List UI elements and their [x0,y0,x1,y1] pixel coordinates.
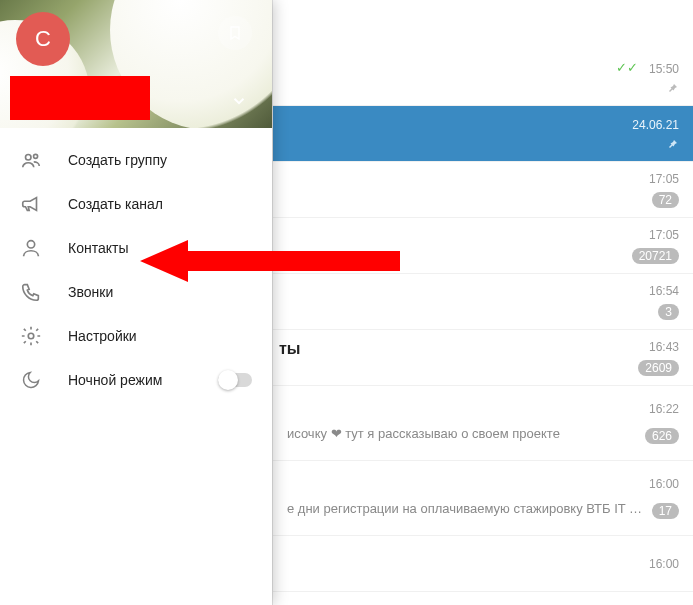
chat-time: 15:50 [649,62,679,76]
chat-row[interactable]: 17:05 20721 [273,218,693,274]
chat-title-fragment: ты [279,340,301,358]
menu-item-settings[interactable]: Настройки [0,314,272,358]
chat-row[interactable]: 16:54 3 [273,274,693,330]
menu-label: Контакты [68,240,128,256]
svg-point-2 [27,241,34,248]
phone-icon [20,281,42,303]
chevron-down-icon[interactable] [230,92,248,110]
chat-list: ✓✓ 15:50 24.06.21 17:05 72 17:05 20721 1… [272,0,693,605]
chat-time: 17:05 [649,172,679,186]
menu-label: Создать канал [68,196,163,212]
avatar-letter: C [35,26,51,52]
svg-point-3 [28,333,34,339]
chat-snippet: исочку ❤ тут я рассказываю о своем проек… [287,426,637,444]
chat-time: 17:05 [649,228,679,242]
read-checks-icon: ✓✓ [616,60,638,75]
drawer-menu: Создать группу Создать канал Контакты Зв… [0,128,272,412]
chat-row[interactable]: ✓✓ 15:50 [273,50,693,106]
chat-snippet: е дни регистрации на оплачиваемую стажир… [287,501,644,519]
redacted-name-box [10,76,150,120]
chat-time: 24.06.21 [632,118,679,132]
unread-badge: 626 [645,428,679,444]
menu-label: Звонки [68,284,113,300]
unread-badge: 72 [652,192,679,208]
svg-point-1 [34,154,38,158]
side-drawer: C Создать группу Создать канал [0,0,272,605]
menu-item-new-channel[interactable]: Создать канал [0,182,272,226]
svg-point-0 [26,155,32,161]
menu-item-night-mode[interactable]: Ночной режим [0,358,272,402]
unread-badge: 2609 [638,360,679,376]
menu-item-new-group[interactable]: Создать группу [0,138,272,182]
unread-badge: 20721 [632,248,679,264]
chat-time: 16:43 [649,340,679,354]
chat-row[interactable]: 16:43 ты 2609 [273,330,693,386]
menu-label: Создать группу [68,152,167,168]
person-icon [20,237,42,259]
chat-time: 16:00 [649,557,679,571]
chat-time: 16:22 [649,402,679,416]
saved-messages-button[interactable] [218,16,252,50]
chat-row-selected[interactable]: 24.06.21 [273,106,693,162]
drawer-header: C [0,0,272,128]
menu-item-contacts[interactable]: Контакты [0,226,272,270]
megaphone-icon [20,193,42,215]
chat-row[interactable]: 16:00 [273,536,693,592]
unread-badge: 17 [652,503,679,519]
moon-icon [20,370,42,390]
chat-time: 16:54 [649,284,679,298]
pin-icon [667,138,679,150]
chat-row[interactable]: 16:22 исочку ❤ тут я рассказываю о своем… [273,386,693,461]
chat-row[interactable]: 17:05 72 [273,162,693,218]
menu-label: Настройки [68,328,137,344]
menu-label: Ночной режим [68,372,162,388]
avatar[interactable]: C [16,12,70,66]
pin-icon [667,82,679,94]
group-icon [20,149,42,171]
gear-icon [20,325,42,347]
menu-item-calls[interactable]: Звонки [0,270,272,314]
chat-time: 16:00 [649,477,679,491]
night-mode-toggle[interactable] [218,373,252,387]
unread-badge: 3 [658,304,679,320]
chat-row[interactable]: 16:00 е дни регистрации на оплачиваемую … [273,461,693,536]
